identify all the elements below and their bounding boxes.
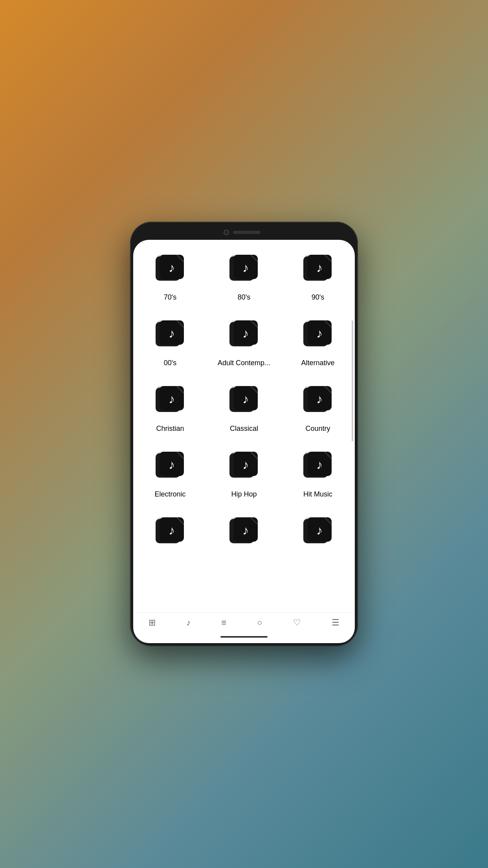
svg-text:♪: ♪ [169, 392, 175, 406]
music-icon-electronic: ♪ [152, 449, 188, 484]
music-icon-hip-hop: ♪ [226, 449, 262, 484]
genre-item-electronic[interactable]: ♪ Electronic [133, 441, 207, 506]
svg-text:♪: ♪ [242, 261, 249, 275]
music-icon-00s: ♪ [152, 317, 188, 353]
genre-label-adult-contemp: Adult Contemp... [218, 359, 270, 367]
nav-heart-icon[interactable]: ♡ [293, 618, 301, 628]
genre-label-electronic: Electronic [154, 490, 185, 498]
phone-frame: ♪ 70's ♪ 80's ♪ 90's [130, 222, 358, 646]
genre-item-80s[interactable]: ♪ 80's [207, 244, 281, 309]
bottom-bar [155, 632, 332, 643]
genre-label-70s: 70's [164, 293, 176, 302]
svg-text:♪: ♪ [242, 458, 249, 472]
genre-label-country: Country [305, 425, 330, 433]
svg-text:♪: ♪ [242, 392, 249, 406]
genre-item-hip-hop[interactable]: ♪ Hip Hop [207, 441, 281, 506]
music-icon-christian: ♪ [152, 383, 188, 418]
phone-notch [133, 225, 355, 240]
music-icon-70s: ♪ [152, 252, 188, 287]
genre-label-alternative: Alternative [301, 359, 334, 367]
svg-text:♪: ♪ [169, 523, 175, 537]
music-icon-hit-music: ♪ [300, 449, 336, 484]
svg-text:♪: ♪ [169, 261, 175, 275]
genre-label-classical: Classical [230, 425, 258, 433]
nav-home-icon[interactable]: ⊞ [149, 618, 156, 628]
genre-label-hit-music: Hit Music [303, 490, 332, 498]
genre-item-alternative[interactable]: ♪ Alternative [281, 309, 355, 375]
svg-text:♪: ♪ [316, 261, 323, 275]
nav-music-icon[interactable]: ♪ [186, 618, 191, 628]
svg-text:♪: ♪ [169, 458, 175, 472]
genre-item-row5col2[interactable]: ♪ [207, 506, 281, 564]
svg-text:♪: ♪ [242, 326, 249, 340]
genre-label-christian: Christian [156, 425, 184, 433]
nav-menu-icon[interactable]: ≡ [221, 618, 226, 628]
genre-item-00s[interactable]: ♪ 00's [133, 309, 207, 375]
earpiece [233, 231, 261, 234]
svg-text:♪: ♪ [316, 523, 323, 537]
music-icon-80s: ♪ [226, 252, 262, 287]
genre-label-hip-hop: Hip Hop [231, 490, 257, 498]
music-icon-country: ♪ [300, 383, 336, 418]
music-icon-row5col3: ♪ [300, 514, 336, 550]
genre-item-hit-music[interactable]: ♪ Hit Music [281, 441, 355, 506]
genre-grid: ♪ 70's ♪ 80's ♪ 90's [133, 244, 355, 564]
genre-item-adult-contemp[interactable]: ♪ Adult Contemp... [207, 309, 281, 375]
svg-text:♪: ♪ [316, 392, 323, 406]
genre-label-80s: 80's [238, 293, 250, 302]
genre-label-00s: 00's [164, 359, 176, 367]
genre-item-christian[interactable]: ♪ Christian [133, 375, 207, 441]
svg-text:♪: ♪ [316, 326, 323, 340]
front-camera [224, 230, 229, 235]
scrollbar[interactable] [352, 320, 353, 441]
music-icon-alternative: ♪ [300, 317, 336, 353]
svg-text:♪: ♪ [242, 523, 249, 537]
genre-item-row5col3[interactable]: ♪ [281, 506, 355, 564]
genre-item-row5col1[interactable]: ♪ [133, 506, 207, 564]
home-indicator [220, 636, 268, 638]
music-icon-row5col1: ♪ [152, 514, 188, 550]
music-icon-adult-contemp: ♪ [226, 317, 262, 353]
phone-screen: ♪ 70's ♪ 80's ♪ 90's [133, 240, 355, 643]
nav-more-icon[interactable]: ☰ [332, 618, 339, 628]
genre-item-70s[interactable]: ♪ 70's [133, 244, 207, 309]
music-icon-row5col2: ♪ [226, 514, 262, 550]
nav-search-icon[interactable]: ○ [257, 618, 262, 628]
music-icon-90s: ♪ [300, 252, 336, 287]
svg-text:♪: ♪ [316, 458, 323, 472]
genre-item-90s[interactable]: ♪ 90's [281, 244, 355, 309]
genre-item-country[interactable]: ♪ Country [281, 375, 355, 441]
bottom-nav: ⊞ ♪ ≡ ○ ♡ ☰ [133, 612, 355, 632]
music-icon-classical: ♪ [226, 383, 262, 418]
svg-text:♪: ♪ [169, 326, 175, 340]
genre-item-classical[interactable]: ♪ Classical [207, 375, 281, 441]
genre-label-90s: 90's [312, 293, 324, 302]
genre-list: ♪ 70's ♪ 80's ♪ 90's [133, 240, 355, 612]
